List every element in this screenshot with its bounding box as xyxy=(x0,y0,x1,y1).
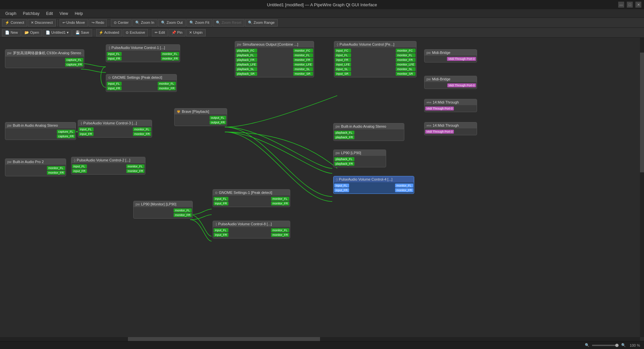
node-lp90-monitor[interactable]: pw LP90 [Monitor] [LP90] monitor_FL moni… xyxy=(133,201,193,219)
node-simultaneous-output[interactable]: pw Simultaneous Output [Combine ...] pla… xyxy=(235,41,314,77)
port-vc2-input-fr[interactable]: input_FR xyxy=(72,169,87,173)
new-button[interactable]: 📄 New xyxy=(2,29,21,36)
port-pro2-monitor-fl[interactable]: monitor_FL xyxy=(47,166,65,170)
port-vc8-monitor-fl[interactable]: monitor_FL xyxy=(271,228,289,232)
port-brave-output-fl[interactable]: output_FL xyxy=(210,116,226,120)
window-controls[interactable]: — □ ✕ xyxy=(618,2,641,8)
graph-canvas[interactable]: pw 罗技高清网络摄像机 C930n Analog Stereo capture… xyxy=(0,38,644,341)
port-vc4-monitor-fr[interactable]: monitor_FR xyxy=(395,188,413,192)
zoom-plus-icon[interactable]: 🔍 xyxy=(621,343,626,347)
center-button[interactable]: ⊙ Center xyxy=(111,19,132,26)
port-pvc-input-fc[interactable]: input_FC xyxy=(335,49,351,53)
node-pulseaudio-vc1[interactable]: ·) PulseAudio Volume Control-1 [...] inp… xyxy=(106,44,180,62)
port-lp90-pb-fr[interactable]: playback_FR xyxy=(334,162,354,166)
minimize-button[interactable]: — xyxy=(618,2,624,8)
file-dropdown[interactable]: 📄 Untitled1 ▾ xyxy=(43,29,72,36)
port-vc8-input-fr[interactable]: input_FR xyxy=(214,233,228,237)
port-monitor-fr[interactable]: monitor_FR xyxy=(161,57,179,61)
node-pulseaudio-vc-top[interactable]: ·) PulseAudio Volume Control [Pe...] inp… xyxy=(334,41,417,77)
vertical-scrollbar[interactable] xyxy=(640,38,644,337)
port-vc3-input-fl[interactable]: input_FL xyxy=(79,127,94,131)
node-pulseaudio-vc8[interactable]: ·) PulseAudio Volume Control-8 [...] inp… xyxy=(213,221,290,239)
node-builtin-pro2[interactable]: pw Built-in Audio Pro 2 monitor_FL monit… xyxy=(5,158,66,176)
node-alsa-midi-1[interactable]: alsa 14:Midi Through Midi Through Port-0 xyxy=(424,99,477,112)
port-pvc-monitor-fc[interactable]: monitor_FC xyxy=(396,49,416,53)
port-gnome-monitor-fr[interactable]: monitor_FR xyxy=(158,86,176,90)
port-vc3-input-fr[interactable]: input_FR xyxy=(79,132,94,136)
port-sim-pb-fl[interactable]: playback_FL xyxy=(236,53,257,57)
port-sim-mon-fr[interactable]: monitor_FR xyxy=(293,58,313,62)
port-gnome-input-fl[interactable]: input_FL xyxy=(107,82,122,86)
port-sim-pb-lfe[interactable]: playback_LFE xyxy=(236,63,257,66)
port-vc8-input-fl[interactable]: input_FL xyxy=(214,228,228,232)
port-gnome1-monitor-fl[interactable]: monitor_FL xyxy=(271,197,289,201)
port-vc3-monitor-fl[interactable]: monitor_FL xyxy=(133,127,151,131)
port-builtin-pb-fl[interactable]: playback_FL xyxy=(334,131,354,135)
port-monitor-fl[interactable]: monitor_FL xyxy=(161,52,179,56)
port-gnome1-input-fr[interactable]: input_FR xyxy=(214,201,228,205)
zoom-fit-button[interactable]: 🔍 Zoom Fit xyxy=(186,19,212,26)
port-input-fr[interactable]: input_FR xyxy=(107,57,122,61)
port-vc2-monitor-fr[interactable]: monitor_FR xyxy=(126,169,144,173)
zoom-range-button[interactable]: 🔍 Zoom Range xyxy=(245,19,278,26)
menu-patchbay[interactable]: Patchbay xyxy=(20,11,42,17)
redo-button[interactable]: ↪ Redo xyxy=(89,19,107,26)
node-pulseaudio-vc4[interactable]: ·) PulseAudio Volume Control-4 [...] inp… xyxy=(333,176,414,194)
port-pro2-monitor-fr[interactable]: monitor_FR xyxy=(47,171,65,175)
port-gnome1-input-fl[interactable]: input_FL xyxy=(214,197,228,201)
node-gnome-settings-1[interactable]: ⊙ GNOME Settings-1 [Peak detect] input_F… xyxy=(213,189,290,207)
node-pulseaudio-vc3[interactable]: ·) PulseAudio Volume Control-3 [...] inp… xyxy=(78,120,152,138)
port-gnome-input-fr[interactable]: input_FR xyxy=(107,86,122,90)
menu-graph[interactable]: Graph xyxy=(3,11,19,17)
node-alsa-midi-2[interactable]: alsa 14:Midi Through Midi Through Port-0 xyxy=(424,122,477,135)
zoom-in-button[interactable]: 🔍 Zoom In xyxy=(132,19,157,26)
menu-help[interactable]: Help xyxy=(72,11,86,17)
port-sim-pb-sr[interactable]: playback_SR xyxy=(236,72,257,76)
connect-button[interactable]: ⚡ Connect xyxy=(2,19,27,26)
edit-button[interactable]: ✏ Edit xyxy=(152,29,168,36)
close-button[interactable]: ✕ xyxy=(635,2,641,8)
port-input-fl[interactable]: input_FL xyxy=(107,52,122,56)
port-sim-mon-fl[interactable]: monitor_FL xyxy=(293,53,313,57)
port-pvc-monitor-fl[interactable]: monitor_FL xyxy=(396,53,416,57)
port-pvc-input-fr[interactable]: input_FR xyxy=(335,58,351,62)
horizontal-scrollbar[interactable] xyxy=(0,337,640,341)
port-gnome1-monitor-fr[interactable]: monitor_FR xyxy=(271,201,289,205)
port-brave-output-fr[interactable]: output_FR xyxy=(210,120,226,124)
zoom-out-button[interactable]: 🔍 Zoom Out xyxy=(158,19,186,26)
undo-move-button[interactable]: ↩ Undo Move xyxy=(60,19,88,26)
port-sim-pb-sl[interactable]: playback_SL xyxy=(236,67,257,71)
node-pulseaudio-vc2[interactable]: ·) PulseAudio Volume Control-2 [...] inp… xyxy=(71,157,145,175)
port-vc3-monitor-fr[interactable]: monitor_FR xyxy=(133,132,151,136)
port-alsa-midi-through-1[interactable]: Midi Through Port-0 xyxy=(425,107,454,110)
port-builtin-capture-fr[interactable]: capture_FR xyxy=(57,134,75,138)
port-midi-through-2[interactable]: Midi Through Port-0 xyxy=(447,83,476,87)
menu-edit[interactable]: Edit xyxy=(43,11,56,17)
port-alsa-midi-through-2[interactable]: Midi Through Port-0 xyxy=(425,130,454,134)
port-vc2-monitor-fl[interactable]: monitor_FL xyxy=(126,164,144,168)
pin-button[interactable]: 📌 Pin xyxy=(169,29,185,36)
port-pvc-monitor-sl[interactable]: monitor_SL xyxy=(396,67,416,71)
port-lp90-pb-fl[interactable]: playback_FL xyxy=(334,157,354,161)
port-builtin-capture-fl[interactable]: capture_FL xyxy=(57,130,75,134)
port-vc4-input-fl[interactable]: input_FL xyxy=(334,184,349,188)
port-pvc-monitor-fr[interactable]: monitor_FR xyxy=(396,58,416,62)
zoom-minus-icon[interactable]: 🔍 xyxy=(585,343,589,347)
node-midi-bridge-1[interactable]: pw Midi-Bridge Midi:Through Port-0 xyxy=(424,49,477,63)
node-builtin-audio-1[interactable]: pw Built-in Audio Analog Stereo capture_… xyxy=(5,122,76,140)
port-pvc-input-lfe[interactable]: input_LFE xyxy=(335,63,351,66)
port-sim-pb-fc[interactable]: playback_FC xyxy=(236,49,257,53)
node-gnome-settings[interactable]: ⊙ GNOME Settings [Peak detect] input_FL … xyxy=(106,74,177,92)
unpin-button[interactable]: ✕ Unpin xyxy=(186,29,206,36)
port-vc4-input-fr[interactable]: input_FR xyxy=(334,188,349,192)
port-pvc-monitor-sr[interactable]: monitor_SR xyxy=(396,72,416,76)
port-pvc-monitor-lfe[interactable]: monitor_LFE xyxy=(396,63,416,66)
port-sim-pb-fr[interactable]: playback_FR xyxy=(236,58,257,62)
maximize-button[interactable]: □ xyxy=(627,2,633,8)
open-button[interactable]: 📂 Open xyxy=(21,29,42,36)
save-button[interactable]: 💾 Save xyxy=(72,29,92,36)
port-sim-mon-fc[interactable]: monitor_FC xyxy=(293,49,313,53)
exclusive-button[interactable]: ⊙ Exclusive xyxy=(123,29,148,36)
activated-button[interactable]: ⚡ Activated xyxy=(96,29,122,36)
port-vc2-input-fl[interactable]: input_FL xyxy=(72,164,87,168)
